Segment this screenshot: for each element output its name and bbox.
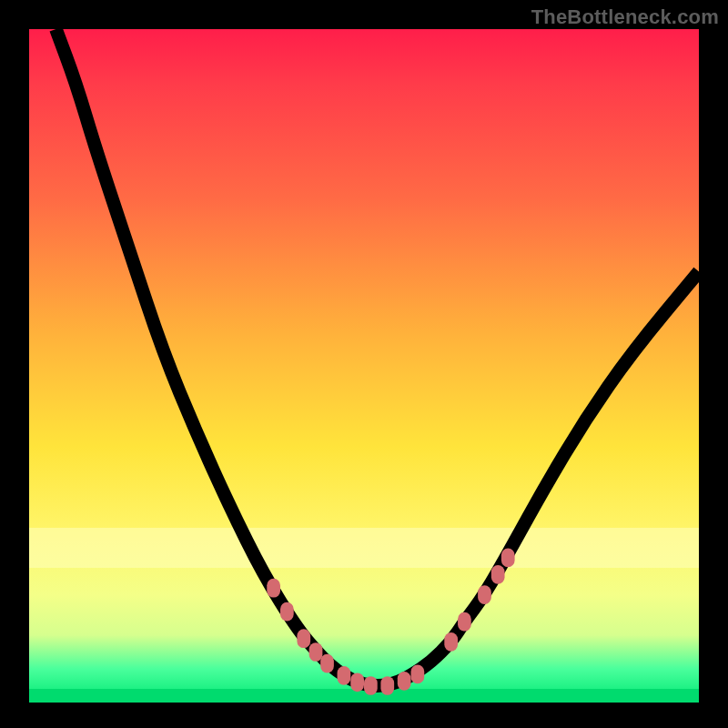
curve-marker	[297, 629, 310, 648]
markers-group	[267, 549, 514, 695]
curve-marker	[364, 676, 378, 695]
curve-marker	[267, 579, 280, 598]
curve-marker	[478, 585, 491, 604]
bottleneck-curve	[56, 29, 699, 686]
curve-marker	[280, 602, 294, 622]
curve-marker	[444, 632, 458, 652]
curve-marker	[350, 672, 364, 692]
curve-marker	[458, 612, 471, 632]
curve-marker	[501, 549, 515, 568]
chart-frame: TheBottleneck.com	[0, 0, 728, 728]
curve-marker	[411, 665, 425, 684]
watermark-text: TheBottleneck.com	[531, 5, 719, 29]
curve-marker	[491, 565, 505, 584]
curve-marker	[398, 672, 411, 691]
curve-marker	[309, 642, 323, 662]
curve-marker	[320, 654, 334, 673]
curve-marker	[338, 666, 351, 685]
curve-marker	[380, 676, 394, 695]
curve-svg	[29, 29, 699, 703]
plot-area	[29, 29, 699, 703]
